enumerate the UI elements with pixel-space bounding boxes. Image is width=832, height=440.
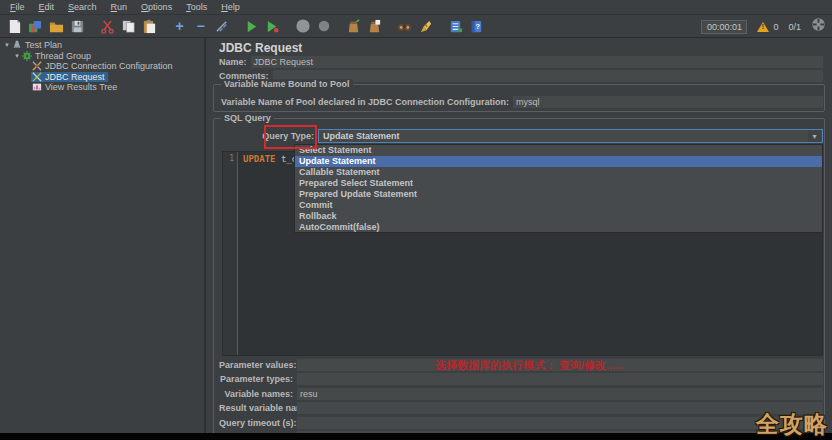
start-no-pauses-icon [265, 19, 280, 34]
test-plan-tree: ▼ Test Plan ▼ Thread Group JDBC Connecti… [0, 38, 206, 433]
parameter-values-label: Parameter values: [219, 360, 293, 370]
active-threads-count: 0/1 [788, 22, 801, 32]
warning-count: 0 [773, 22, 778, 32]
pool-group-title: Variable Name Bound to Pool [221, 79, 353, 89]
line-number: 1 [229, 154, 234, 163]
results-chart-icon [32, 82, 42, 92]
jdbc-request-panel: JDBC Request Name: JDBC Request Comments… [208, 38, 832, 433]
menu-help[interactable]: Help [215, 2, 246, 12]
page-title: JDBC Request [219, 41, 302, 55]
copy-button[interactable] [118, 17, 139, 36]
menu-tools[interactable]: Tools [180, 2, 213, 12]
clear-icon [346, 19, 361, 34]
start-play-icon [244, 19, 259, 34]
sampler-icon [32, 72, 42, 82]
query-timeout-input[interactable] [297, 417, 823, 429]
result-variable-name-input[interactable] [297, 402, 823, 414]
menu-run[interactable]: Run [105, 2, 134, 12]
expand-arrow-icon[interactable]: ▼ [3, 42, 11, 48]
chevron-down-icon[interactable]: ▾ [808, 130, 821, 142]
menu-bar: File Edit Search Run Options Tools Help [0, 0, 832, 15]
remote-hosts-icon [811, 17, 826, 36]
result-variable-name-label: Result variable name: [219, 403, 293, 413]
minus-icon: − [196, 19, 204, 33]
stop-circle-icon [295, 18, 311, 34]
remove-button[interactable]: − [190, 17, 211, 36]
toggle-button[interactable] [211, 17, 232, 36]
open-button[interactable] [46, 17, 67, 36]
template-button[interactable] [25, 17, 46, 36]
save-button[interactable] [67, 17, 88, 36]
dropdown-option-commit[interactable]: Commit [295, 199, 822, 210]
clear-all-icon [367, 19, 382, 34]
stop-button[interactable] [292, 17, 313, 36]
new-file-icon [7, 19, 22, 34]
tree-item-jdbc-request[interactable]: JDBC Request [0, 72, 204, 83]
start-button[interactable] [241, 17, 262, 36]
tree-item-test-plan[interactable]: ▼ Test Plan [0, 40, 204, 51]
query-type-combobox[interactable]: Update Statement ▾ [318, 129, 823, 143]
cut-scissors-icon [100, 19, 115, 34]
variable-names-input[interactable]: resu [297, 388, 823, 400]
plus-icon: + [175, 19, 183, 33]
tree-item-jdbc-connection-configuration[interactable]: JDBC Connection Configuration [0, 61, 204, 72]
query-type-label: Query Type: [219, 131, 314, 141]
new-file-button[interactable] [4, 17, 25, 36]
function-helper-icon [448, 19, 463, 34]
parameter-types-label: Parameter types: [219, 374, 293, 384]
tree-item-thread-group[interactable]: ▼ Thread Group [0, 51, 204, 62]
warning-icon[interactable] [757, 22, 769, 32]
test-plan-icon [12, 40, 22, 50]
thread-group-icon [22, 51, 32, 61]
search-button[interactable] [394, 17, 415, 36]
dropdown-option-prepared-select-statement[interactable]: Prepared Select Statement [295, 178, 822, 189]
editor-line-number-gutter: 1 [223, 152, 238, 355]
toolbar-status-cluster: 00:00:01 0 0/1 [701, 15, 826, 38]
annotation-text: 选择数据库的执行模式： 查询/修改...... [435, 358, 624, 373]
search-reset-duster-icon [418, 19, 433, 34]
svg-text:?: ? [476, 22, 481, 31]
elapsed-timer: 00:00:01 [701, 20, 747, 34]
comments-input[interactable] [273, 70, 823, 82]
dropdown-option-prepared-update-statement[interactable]: Prepared Update Statement [295, 189, 822, 200]
template-icon [28, 19, 43, 34]
menu-file[interactable]: File [4, 2, 31, 12]
paste-button[interactable] [139, 17, 160, 36]
search-reset-button[interactable] [415, 17, 436, 36]
dropdown-option-autocommit-false[interactable]: AutoCommit(false) [295, 221, 822, 232]
tree-item-view-results-tree[interactable]: View Results Tree [0, 82, 204, 93]
add-button[interactable]: + [169, 17, 190, 36]
dropdown-option-callable-statement[interactable]: Callable Statement [295, 167, 822, 178]
variable-names-label: Variable names: [219, 389, 293, 399]
menu-options[interactable]: Options [135, 2, 178, 12]
sql-keyword: UPDATE [243, 154, 276, 164]
name-label: Name: [219, 57, 247, 67]
bottom-black-bar [0, 433, 832, 440]
clear-button[interactable] [343, 17, 364, 36]
function-helper-button[interactable] [445, 17, 466, 36]
help-button[interactable]: ? [466, 17, 487, 36]
help-book-icon: ? [469, 19, 484, 34]
dropdown-option-rollback[interactable]: Rollback [295, 210, 822, 221]
dropdown-option-update-statement[interactable]: Update Statement [295, 156, 822, 167]
paste-clipboard-icon [142, 19, 157, 34]
open-folder-icon [49, 19, 64, 34]
name-input[interactable]: JDBC Request [251, 56, 823, 68]
pool-name-input[interactable]: mysql [513, 96, 823, 108]
cut-button[interactable] [97, 17, 118, 36]
sql-query-group-title: SQL Query [221, 113, 274, 123]
shutdown-button[interactable] [313, 17, 334, 36]
start-no-pauses-button[interactable] [262, 17, 283, 36]
save-icon [70, 19, 85, 34]
toolbar: + − ? 00:00:01 0 0/1 [0, 15, 832, 38]
copy-icon [121, 19, 136, 34]
menu-edit[interactable]: Edit [33, 2, 61, 12]
menu-search[interactable]: Search [62, 2, 103, 12]
clear-all-button[interactable] [364, 17, 385, 36]
query-timeout-label: Query timeout (s): [219, 418, 293, 428]
search-binoculars-icon [397, 19, 412, 34]
parameter-types-input[interactable] [297, 373, 823, 385]
expand-arrow-icon[interactable]: ▼ [13, 53, 21, 59]
dropdown-option-select-statement[interactable]: Select Statement [295, 145, 822, 156]
pool-name-label: Variable Name of Pool declared in JDBC C… [221, 97, 509, 107]
